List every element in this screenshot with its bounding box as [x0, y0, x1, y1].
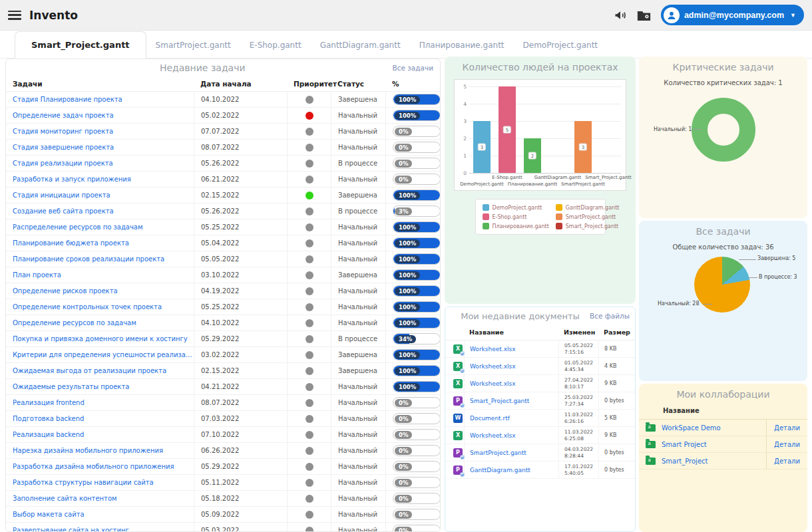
date-cell: 05.04.2022 [194, 235, 287, 251]
start-date: 04.19.2022 [201, 287, 239, 295]
task-link[interactable]: Покупка и привязка доменного имени к хос… [13, 335, 188, 342]
modified-time: 5:40:05 [564, 470, 584, 476]
priority-cell [287, 363, 331, 378]
file-link[interactable]: Smart_Project.gantt [470, 398, 529, 404]
percent-cell: 100% [385, 299, 441, 315]
document-row: WDocument.rtf11.03.20226:26:165 KB [445, 410, 635, 427]
status-cell: Начальный [331, 235, 385, 251]
tab-GanttDiagram.gantt[interactable]: GanttDiagram.gantt [311, 33, 410, 58]
table-row: Определение задач проекта05.02.2022Начал… [6, 108, 440, 124]
task-link[interactable]: Стадия реализации проекта [13, 160, 113, 167]
file-link[interactable]: Worksheet.xlsx [470, 380, 516, 387]
tab-bar: Smart_Project.ganttSmartProject.ganttE-S… [0, 31, 812, 59]
task-link[interactable]: Ожидаемая выгода от реализации проекта [13, 367, 166, 374]
column-header: Статус [331, 80, 385, 88]
date-cell: 04.10.2022 [194, 315, 287, 331]
task-link[interactable]: Реализация backend [13, 431, 84, 438]
task-link[interactable]: Определение задач проекта [13, 112, 114, 119]
status-text: Завершена [338, 96, 377, 103]
status-text: В процессе [338, 335, 377, 342]
priority-dot [305, 447, 313, 455]
task-link[interactable]: Разработка структуры навигации сайта [13, 479, 154, 486]
priority-dot [305, 495, 313, 503]
file-size: 0 bytes [604, 450, 624, 456]
percent-cell: 100% [385, 188, 441, 203]
task-link[interactable]: Стадия мониторинг проекта [13, 128, 113, 135]
task-link[interactable]: Разработка и запуск приложения [13, 176, 131, 183]
status-cell: Завершена [331, 347, 385, 362]
start-date: 05.29.2022 [201, 335, 239, 342]
details-link[interactable]: Детали [766, 453, 807, 469]
task-link[interactable]: Заполнение сайта контентом [13, 495, 117, 502]
legend-item[interactable]: E-Shop.gantt [483, 213, 549, 220]
critical-donut-chart [692, 98, 755, 162]
tab-DemoProject.gantt[interactable]: DemoProject.gantt [514, 33, 608, 58]
shared-badge: ⇄ [460, 368, 465, 373]
progress-badge: 0% [395, 399, 412, 407]
task-link[interactable]: Стадия Планирование проекта [13, 96, 122, 103]
task-link[interactable]: Планирование бюджета проекта [13, 239, 129, 247]
progress-badge: 100% [395, 96, 420, 104]
priority-dot [305, 207, 313, 215]
shared-badge: ⇄ [460, 455, 465, 460]
task-link[interactable]: Подготовка backend [13, 415, 84, 422]
legend-item[interactable]: Smart_Project.gantt [556, 223, 620, 229]
legend-item[interactable]: DemoProject.gantt [483, 204, 549, 211]
details-link[interactable]: Детали [766, 436, 807, 452]
tab-Планирование.gantt[interactable]: Планирование.gantt [410, 33, 514, 58]
progress-bar: 100% [393, 253, 441, 265]
account-button[interactable]: admin@mycompany.com ▼ [661, 5, 804, 25]
collaboration-row: Smart ProjectДетали [639, 436, 807, 453]
y-axis-tick: 1 [463, 153, 467, 159]
task-link[interactable]: Стадия инициации проекта [13, 192, 110, 199]
tab-E-Shop.gantt[interactable]: E-Shop.gantt [240, 33, 311, 58]
task-link[interactable]: Развертывание сайта на хостинг [13, 527, 129, 532]
file-link[interactable]: Document.rtf [470, 415, 510, 422]
menu-icon[interactable] [8, 11, 21, 20]
task-link[interactable]: Нарезка дизайна мобильного приложения [13, 447, 163, 454]
task-link[interactable]: Создание веб сайта проекта [13, 207, 114, 215]
task-link[interactable]: Планирование сроков реализации проекта [13, 255, 164, 263]
legend-item[interactable]: SmartProject.gantt [556, 213, 620, 220]
task-link[interactable]: Определение контрольных точек проекта [13, 303, 162, 311]
task-link[interactable]: Разработка дизайна мобильного приложения [13, 463, 174, 470]
legend-item[interactable]: Планирование.gantt [483, 223, 549, 229]
tab-SmartProject.gantt[interactable]: SmartProject.gantt [146, 33, 240, 58]
details-link[interactable]: Детали [766, 420, 807, 436]
all-tasks-link[interactable]: Все задачи [392, 64, 433, 72]
file-link[interactable]: Worksheet.xlsx [470, 346, 516, 352]
pie-label-done: Завершена: 5 [757, 255, 795, 261]
file-link[interactable]: Worksheet.xlsx [470, 432, 516, 439]
task-link[interactable]: Выбор макета сайта [13, 511, 85, 518]
collaboration-link[interactable]: WorkSpace Demo [662, 424, 766, 432]
collaboration-link[interactable]: Smart_Project [662, 458, 766, 465]
status-text: Завершена [338, 271, 377, 279]
task-link[interactable]: Определение ресурсов по задачам [13, 319, 136, 327]
task-link[interactable]: Ожидаемые результаты проекта [13, 383, 129, 390]
all-files-link[interactable]: Все файлы [590, 312, 630, 320]
progress-badge: 100% [395, 223, 420, 231]
date-cell: 02.15.2022 [194, 363, 287, 378]
start-date: 05.25.2022 [201, 223, 239, 231]
file-icon-cell: X [445, 375, 464, 392]
folder-icon[interactable] [637, 8, 652, 23]
task-link[interactable]: Определение рисков проекта [13, 287, 118, 295]
legend-item[interactable]: GanttDiagram.gantt [556, 204, 620, 211]
start-date: 06.26.2022 [201, 447, 239, 454]
file-link[interactable]: GanttDiagram.gantt [470, 467, 530, 473]
megaphone-icon[interactable] [613, 8, 628, 23]
task-link[interactable]: Критерии для определения успешности реал… [13, 351, 194, 358]
progress-bar: 0% [393, 397, 441, 408]
task-link[interactable]: План проекта [13, 271, 61, 279]
tab-Smart_Project.gantt[interactable]: Smart_Project.gantt [15, 31, 146, 59]
legend-label: SmartProject.gantt [566, 214, 616, 220]
status-cell: Завершена [331, 188, 385, 203]
task-link[interactable]: Распределение ресурсов по задачам [13, 223, 143, 231]
table-row: Реализация frontend08.07.2022Начальный0% [6, 395, 440, 411]
collaboration-link[interactable]: Smart Project [662, 441, 766, 448]
file-link[interactable]: Worksheet.xlsx [470, 363, 516, 370]
task-link[interactable]: Стадия завершение проекта [13, 144, 114, 151]
file-link[interactable]: SmartProject.gantt [470, 450, 526, 456]
task-link[interactable]: Реализация frontend [13, 399, 85, 406]
progress-badge: 100% [395, 287, 420, 295]
